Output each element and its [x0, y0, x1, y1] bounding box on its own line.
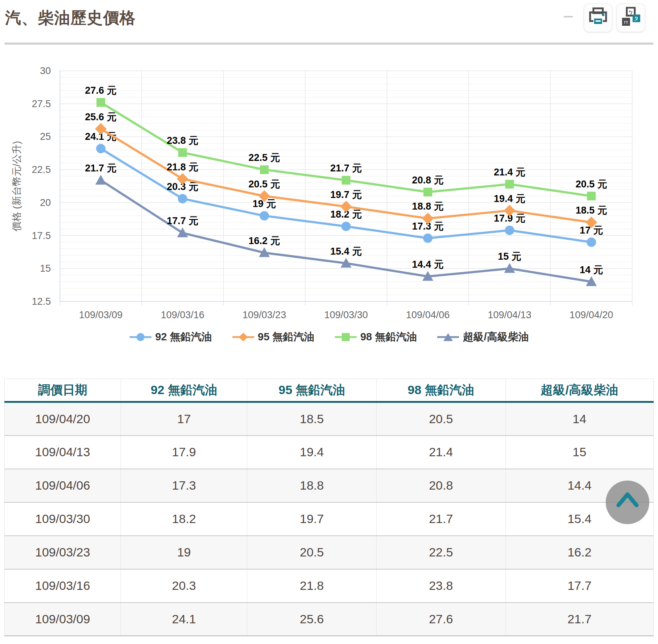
table-cell: 17.9: [121, 436, 247, 469]
table-column-header: 調價日期: [5, 379, 121, 402]
table-cell: 21.8: [247, 569, 377, 603]
svg-text:ㄆ: ㄆ: [634, 15, 639, 22]
data-point-label: 16.2 元: [248, 235, 280, 246]
data-point-label: 20.5 元: [576, 179, 607, 190]
y-axis-tick-label: 22.5: [32, 164, 51, 175]
table-cell: 21.7: [505, 603, 653, 636]
data-point-marker: [423, 234, 432, 243]
data-point-label: 14 元: [580, 264, 603, 275]
table-row: 109/03/3018.219.721.715.4: [5, 502, 654, 536]
print-button[interactable]: [584, 4, 612, 32]
table-cell: 109/03/16: [5, 569, 121, 603]
table-cell: 21.7: [376, 502, 505, 536]
x-axis-tick-label: 109/04/13: [488, 309, 531, 320]
table-cell: 15: [505, 436, 653, 469]
data-point-label: 20.8 元: [412, 175, 444, 186]
data-point-label: 22.5 元: [248, 152, 280, 163]
data-point-marker: [423, 188, 432, 197]
y-axis-title: 價格 (新台幣元/公升): [11, 141, 22, 232]
data-point-label: 17.7 元: [167, 215, 198, 226]
x-axis-tick-label: 109/04/06: [406, 309, 450, 320]
chart-legend: 92 無鉛汽油 95 無鉛汽油 98 無鉛汽油 超級/高級柴油: [0, 330, 658, 344]
table-cell: 109/04/13: [5, 436, 121, 469]
table-cell: 109/03/30: [5, 502, 121, 536]
table-cell: 20.8: [376, 469, 505, 502]
data-point-marker: [96, 144, 106, 153]
y-axis-tick-label: 25: [40, 131, 51, 142]
y-axis-tick-label: 17.5: [32, 230, 51, 241]
legend-marker-square-icon: [334, 332, 357, 342]
data-point-marker: [587, 192, 596, 201]
table-cell: 109/04/06: [5, 469, 121, 502]
legend-label: 超級/高級柴油: [463, 330, 529, 344]
legend-item-0[interactable]: 92 無鉛汽油: [129, 330, 212, 344]
price-history-chart: 12.51517.52022.52527.530109/03/09109/03/…: [0, 44, 658, 331]
table-cell: 17: [121, 402, 247, 436]
data-point-marker: [260, 165, 269, 174]
data-point-marker: [178, 194, 187, 203]
table-column-header: 92 無鉛汽油: [121, 379, 247, 402]
back-to-top-button[interactable]: [606, 481, 649, 524]
table-cell: 109/03/09: [5, 603, 121, 636]
legend-marker-circle-icon: [129, 332, 152, 342]
chart-canvas: 12.51517.52022.52527.530109/03/09109/03/…: [0, 44, 658, 331]
data-point-label: 21.4 元: [494, 167, 525, 178]
table-cell: 16.2: [505, 536, 653, 569]
chevron-up-icon: [606, 480, 649, 525]
table-cell: 19.4: [247, 436, 377, 469]
table-row: 109/03/1620.321.823.817.7: [5, 569, 654, 603]
table-cell: 18.8: [247, 469, 377, 502]
table-cell: 19.7: [247, 502, 377, 536]
price-table: 調價日期92 無鉛汽油95 無鉛汽油98 無鉛汽油超級/高級柴油 109/04/…: [4, 378, 654, 636]
table-cell: 109/04/20: [5, 402, 121, 436]
table-row: 109/03/0924.125.627.621.7: [5, 603, 654, 636]
data-point-marker: [341, 222, 351, 231]
data-point-marker: [342, 176, 350, 185]
printer-icon: [588, 7, 608, 28]
data-point-label: 15 元: [498, 251, 521, 262]
x-axis-tick-label: 109/03/16: [161, 309, 204, 320]
data-point-label: 18.5 元: [576, 205, 607, 216]
data-point-label: 21.8 元: [167, 162, 198, 173]
collapse-dash-icon: [564, 16, 573, 17]
legend-label: 98 無鉛汽油: [360, 330, 417, 344]
table-column-header: 95 無鉛汽油: [247, 379, 377, 402]
legend-label: 95 無鉛汽油: [258, 330, 314, 344]
x-axis-tick-label: 109/03/30: [324, 309, 368, 320]
table-cell: 22.5: [376, 536, 505, 569]
legend-marker-triangle-icon: [436, 332, 460, 342]
data-point-label: 20.5 元: [248, 179, 280, 190]
table-cell: 25.6: [247, 603, 377, 636]
table-column-header: 98 無鉛汽油: [376, 379, 505, 402]
price-table-header: 調價日期92 無鉛汽油95 無鉛汽油98 無鉛汽油超級/高級柴油: [5, 379, 654, 402]
legend-item-2[interactable]: 98 無鉛汽油: [334, 330, 417, 344]
data-point-label: 21.7 元: [85, 163, 117, 174]
legend-label: 92 無鉛汽油: [155, 330, 212, 344]
table-cell: 20.5: [376, 402, 505, 436]
svg-text:ㄇ: ㄇ: [623, 19, 629, 25]
table-cell: 109/03/23: [5, 536, 121, 569]
y-axis-tick-label: 12.5: [32, 296, 51, 307]
y-axis-tick-label: 20: [40, 197, 51, 208]
y-axis-tick-label: 15: [40, 263, 51, 274]
data-point-marker: [586, 238, 596, 247]
page-title: 汽、柴油歷史價格: [5, 7, 136, 29]
table-cell: 14: [505, 402, 653, 436]
table-cell: 17.7: [505, 569, 653, 603]
table-cell: 24.1: [121, 603, 247, 636]
bopomofo-translate-icon: ㄅ ㄆ ㄇ: [621, 7, 641, 29]
legend-item-1[interactable]: 95 無鉛汽油: [232, 330, 314, 344]
language-button[interactable]: ㄅ ㄆ ㄇ: [617, 4, 645, 32]
data-point-marker: [505, 180, 514, 189]
data-point-label: 14.4 元: [412, 259, 444, 270]
x-axis-tick-label: 109/04/20: [569, 309, 613, 320]
legend-item-3[interactable]: 超級/高級柴油: [436, 330, 529, 344]
table-column-header: 超級/高級柴油: [505, 379, 653, 402]
data-point-marker: [260, 211, 269, 220]
table-row: 109/03/231920.522.516.2: [5, 536, 654, 569]
x-axis-tick-label: 109/03/09: [79, 309, 123, 320]
table-row: 109/04/1317.919.421.415: [5, 436, 654, 469]
data-point-label: 18.8 元: [412, 201, 444, 212]
data-point-label: 21.7 元: [330, 163, 362, 174]
data-point-label: 23.8 元: [167, 135, 198, 146]
